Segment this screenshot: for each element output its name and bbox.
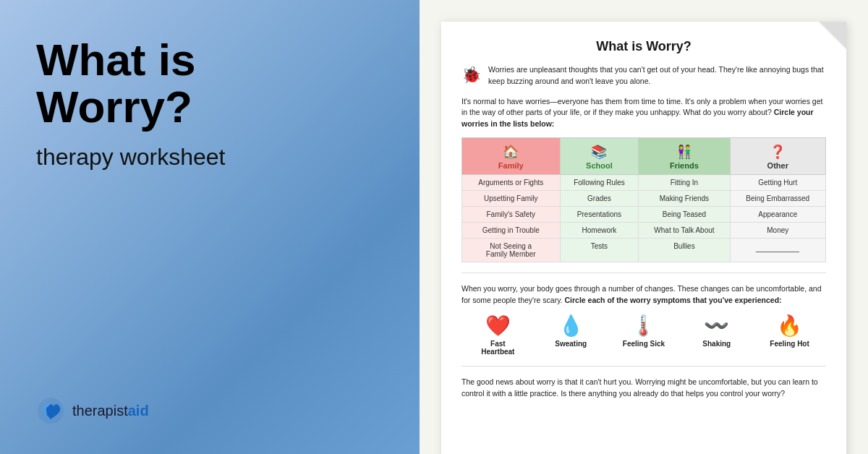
left-panel: What isWorry? therapy worksheet therapis…: [0, 0, 420, 454]
left-content: What isWorry? therapy worksheet: [36, 36, 383, 171]
school-item-3: Presentations: [560, 206, 639, 222]
intro-section: 🐞 Worries are unpleasant thoughts that y…: [461, 64, 826, 87]
worksheet: What is Worry? 🐞 Worries are unpleasant …: [441, 22, 846, 454]
other-item-5: [730, 238, 826, 262]
table-row: Arguments or Fights Following Rules Fitt…: [462, 174, 826, 190]
symptom-shaking: 〰️ Shaking: [688, 316, 746, 348]
family-item-3: Family's Safety: [462, 206, 561, 222]
worry-table: 🏠 Family 📚 School 👫 Friends ❓ Other: [461, 137, 826, 262]
subtitle: therapy worksheet: [36, 143, 383, 171]
symptom-hot: 🔥 Feeling Hot: [761, 316, 819, 348]
other-item-3: Appearance: [730, 206, 826, 222]
school-item-2: Grades: [560, 190, 639, 206]
sweating-icon: 💧: [558, 316, 584, 336]
friends-item-4: What to Talk About: [639, 222, 730, 238]
right-panel: What is Worry? 🐞 Worries are unpleasant …: [420, 0, 868, 454]
symptom-sick: 🌡️ Feeling Sick: [615, 316, 673, 348]
other-item-4: Money: [730, 222, 826, 238]
other-icon: ❓: [733, 144, 823, 160]
bottom-text: The good news about worry is that it can…: [461, 377, 826, 400]
school-item-5: Tests: [560, 238, 639, 262]
bug-icon: 🐞: [461, 66, 481, 85]
worksheet-title: What is Worry?: [461, 39, 826, 54]
hot-icon: 🔥: [777, 316, 802, 336]
heartbeat-label: FastHeartbeat: [481, 340, 514, 356]
friends-item-2: Making Friends: [639, 190, 730, 206]
symptom-heartbeat: ❤️ FastHeartbeat: [469, 316, 527, 356]
body-section-text: When you worry, your body goes through a…: [461, 283, 826, 307]
friends-icon: 👫: [642, 144, 726, 160]
symptom-sweating: 💧 Sweating: [542, 316, 600, 348]
table-row: Upsetting Family Grades Making Friends B…: [462, 190, 826, 206]
school-item-1: Following Rules: [560, 174, 639, 190]
family-icon: 🏠: [465, 144, 557, 160]
logo-area: therapistaid: [36, 396, 383, 425]
sick-label: Feeling Sick: [623, 340, 665, 348]
logo-icon: [36, 396, 65, 425]
intro-paragraph: It's normal to have worries—everyone has…: [461, 96, 826, 130]
heartbeat-icon: ❤️: [485, 316, 511, 336]
hot-label: Feeling Hot: [770, 340, 809, 348]
friends-item-5: Bullies: [639, 238, 730, 262]
body-cta: Circle each of the worry symptoms that y…: [564, 296, 781, 304]
friends-item-1: Fitting In: [639, 174, 730, 190]
school-item-4: Homework: [560, 222, 639, 238]
friends-item-3: Being Teased: [639, 206, 730, 222]
th-school: 📚 School: [560, 137, 639, 174]
symptoms-row: ❤️ FastHeartbeat 💧 Sweating 🌡️ Feeling S…: [461, 316, 826, 356]
logo-text: therapistaid: [72, 403, 149, 419]
intro-quote: Worries are unpleasant thoughts that you…: [488, 64, 826, 87]
family-item-1: Arguments or Fights: [462, 174, 561, 190]
th-other: ❓ Other: [730, 137, 826, 174]
th-friends: 👫 Friends: [639, 137, 730, 174]
shaking-label: Shaking: [702, 340, 731, 348]
other-item-1: Getting Hurt: [730, 174, 826, 190]
sweating-label: Sweating: [555, 340, 587, 348]
section-divider: [461, 273, 826, 273]
table-row: Getting in Trouble Homework What to Talk…: [462, 222, 826, 238]
table-row: Not Seeing aFamily Member Tests Bullies: [462, 238, 826, 262]
shaking-icon: 〰️: [704, 316, 729, 336]
family-item-2: Upsetting Family: [462, 190, 561, 206]
th-family: 🏠 Family: [462, 137, 561, 174]
main-title: What isWorry?: [36, 36, 383, 130]
other-item-2: Being Embarrassed: [730, 190, 826, 206]
family-item-4: Getting in Trouble: [462, 222, 561, 238]
family-item-5: Not Seeing aFamily Member: [462, 238, 561, 262]
school-icon: 📚: [563, 144, 636, 160]
sick-icon: 🌡️: [631, 316, 656, 336]
table-row: Family's Safety Presentations Being Teas…: [462, 206, 826, 222]
section-divider-2: [461, 366, 826, 367]
